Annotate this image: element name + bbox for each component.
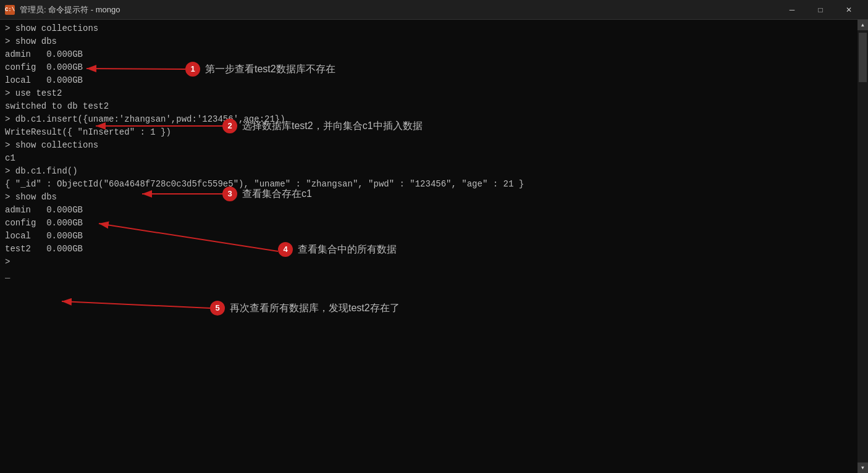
- annotation-text-5: 再次查看所有数据库，发现test2存在了: [230, 301, 400, 316]
- line-14: > show dbs: [5, 191, 853, 204]
- line-6: > use test2: [5, 87, 853, 100]
- line-8: > db.c1.insert({uname:'zhangsan',pwd:'12…: [5, 113, 853, 126]
- scrollbar[interactable]: ▲ ▼: [857, 20, 868, 473]
- scrollbar-thumb[interactable]: [859, 33, 867, 82]
- line-13: { "_id" : ObjectId("60a4648f728c0c3d5fc5…: [5, 178, 853, 191]
- scrollbar-track[interactable]: [857, 30, 868, 463]
- app-icon: C:\: [5, 5, 15, 15]
- scroll-down-button[interactable]: ▼: [857, 463, 868, 473]
- line-19: >: [5, 256, 853, 269]
- minimize-button[interactable]: ─: [778, 0, 806, 20]
- scroll-up-button[interactable]: ▲: [857, 20, 868, 30]
- line-5: local 0.000GB: [5, 74, 853, 87]
- annotation-5: 5 再次查看所有数据库，发现test2存在了: [210, 301, 400, 316]
- maximize-button[interactable]: □: [806, 0, 835, 20]
- close-button[interactable]: ✕: [835, 0, 863, 20]
- svg-line-5: [62, 301, 210, 308]
- titlebar: C:\ 管理员: 命令提示符 - mongo ─ □ ✕: [0, 0, 868, 20]
- line-7: switched to db test2: [5, 100, 853, 113]
- terminal-area: > show collections > show dbs admin 0.00…: [0, 20, 868, 473]
- terminal-content[interactable]: > show collections > show dbs admin 0.00…: [0, 20, 857, 473]
- line-9: WriteResult({ "nInserted" : 1 }): [5, 126, 853, 139]
- line-1: > show collections: [5, 22, 853, 35]
- titlebar-left: C:\ 管理员: 命令提示符 - mongo: [5, 4, 120, 15]
- line-3: admin 0.000GB: [5, 48, 853, 61]
- line-15: admin 0.000GB: [5, 204, 853, 217]
- window-title: 管理员: 命令提示符 - mongo: [20, 4, 120, 15]
- titlebar-controls: ─ □ ✕: [778, 0, 863, 20]
- badge-5: 5: [210, 301, 225, 316]
- line-17: local 0.000GB: [5, 230, 853, 243]
- line-12: > db.c1.find(): [5, 165, 853, 178]
- window: C:\ 管理员: 命令提示符 - mongo ─ □ ✕ > show coll…: [0, 0, 868, 473]
- line-18: test2 0.000GB: [5, 243, 853, 256]
- line-2: > show dbs: [5, 35, 853, 48]
- line-10: > show collections: [5, 139, 853, 152]
- line-16: config 0.000GB: [5, 217, 853, 230]
- cursor: _: [5, 269, 853, 282]
- line-4: config 0.000GB: [5, 61, 853, 74]
- line-11: c1: [5, 152, 853, 165]
